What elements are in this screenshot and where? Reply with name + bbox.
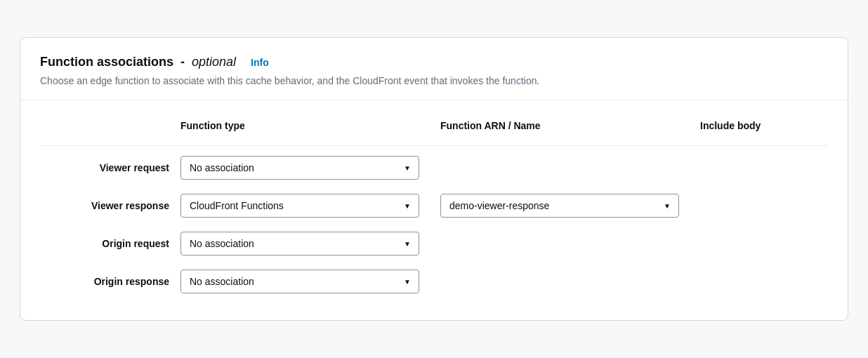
viewer-request-function-type-select[interactable]: No association CloudFront Functions Lamb… [180,156,419,180]
table-row: Viewer response No association CloudFron… [40,187,828,225]
origin-request-function-type-wrapper: No association CloudFront Functions Lamb… [180,232,419,256]
viewer-response-arn-cell: demo-viewer-response ▼ [440,194,700,218]
title-optional: optional [192,55,236,69]
viewer-response-function-type-select[interactable]: No association CloudFront Functions Lamb… [180,194,419,218]
function-associations-card: Function associations - optional Info Ch… [20,37,848,321]
viewer-response-arn-wrapper: demo-viewer-response ▼ [440,194,679,218]
card-body: Function type Function ARN / Name Includ… [20,100,848,320]
origin-request-function-type-cell: No association CloudFront Functions Lamb… [180,232,440,256]
table-row: Viewer request No association CloudFront… [40,149,828,187]
viewer-response-label: Viewer response [40,200,180,211]
origin-response-function-type-select[interactable]: No association CloudFront Functions Lamb… [180,270,419,293]
col-include-body-header: Include body [700,114,813,137]
title-main: Function associations [40,55,173,69]
col-empty [40,114,180,137]
viewer-request-function-type-cell: No association CloudFront Functions Lamb… [180,156,440,180]
viewer-response-function-type-cell: No association CloudFront Functions Lamb… [180,194,440,218]
origin-request-label: Origin request [40,238,180,249]
col-function-arn-header: Function ARN / Name [440,114,700,137]
col-function-type-header: Function type [180,114,440,137]
table-header: Function type Function ARN / Name Includ… [40,114,828,146]
origin-request-function-type-select[interactable]: No association CloudFront Functions Lamb… [180,232,419,256]
viewer-response-function-type-wrapper: No association CloudFront Functions Lamb… [180,194,419,218]
table-row: Origin request No association CloudFront… [40,225,828,263]
origin-response-label: Origin response [40,276,180,287]
viewer-request-function-type-wrapper: No association CloudFront Functions Lamb… [180,156,419,180]
viewer-request-label: Viewer request [40,162,180,173]
info-link[interactable]: Info [251,57,269,68]
card-title: Function associations - optional Info [40,55,828,69]
table-row: Origin response No association CloudFron… [40,263,828,300]
origin-response-function-type-cell: No association CloudFront Functions Lamb… [180,270,440,293]
card-header: Function associations - optional Info Ch… [20,38,848,100]
origin-response-function-type-wrapper: No association CloudFront Functions Lamb… [180,270,419,293]
viewer-response-arn-select[interactable]: demo-viewer-response [440,194,679,218]
card-description: Choose an edge function to associate wit… [40,74,828,88]
